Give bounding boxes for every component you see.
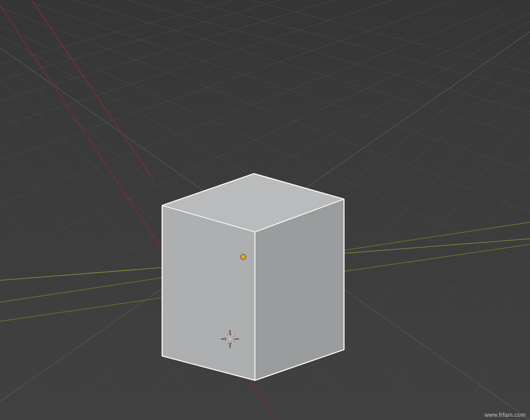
default-cube[interactable]	[154, 154, 350, 381]
cursor-3d[interactable]	[219, 328, 241, 350]
object-origin	[241, 254, 246, 260]
svg-marker-40	[162, 205, 255, 380]
svg-point-49	[229, 338, 231, 340]
viewport-3d[interactable]: www.frfam.com	[0, 0, 530, 420]
watermark-text: www.frfam.com	[484, 412, 526, 418]
